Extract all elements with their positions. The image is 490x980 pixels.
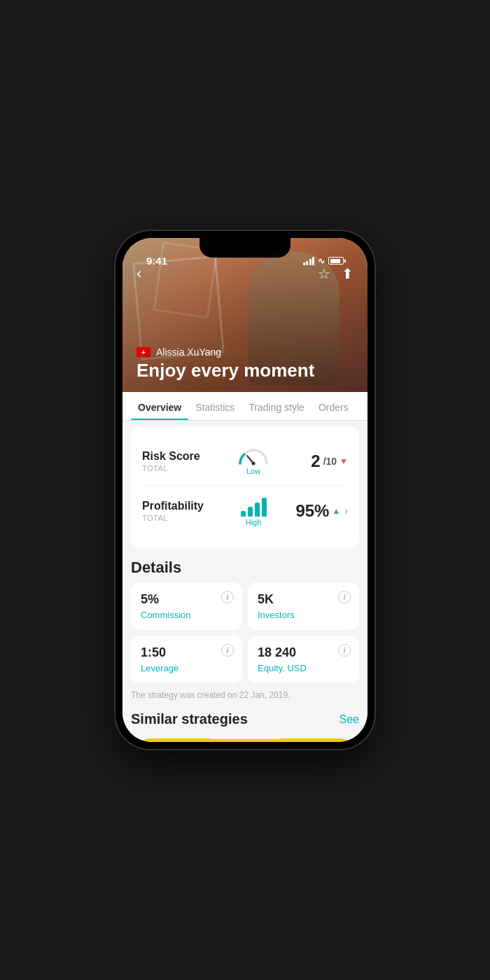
risk-value: 2 /10 ▼ (278, 451, 348, 471)
profitability-label: Profitability (142, 500, 229, 512)
profitability-sub: TOTAL (142, 514, 229, 522)
wifi-icon: ∿ (318, 256, 325, 266)
tab-overview[interactable]: Overview (131, 392, 188, 420)
similar-title: Similar strategies (131, 711, 248, 727)
leverage-info-icon[interactable]: i (221, 644, 234, 657)
leverage-value: 1:50 (141, 645, 232, 660)
profitability-direction-icon: ▲ (332, 506, 340, 516)
tab-trading-style[interactable]: Trading style (241, 392, 312, 420)
leverage-card: i 1:50 Leverage (131, 636, 242, 683)
similar-header: Similar strategies See (131, 711, 359, 727)
home-indicator (210, 736, 280, 739)
risk-gauge-label: Low (246, 467, 260, 475)
commission-value: 5% (141, 592, 232, 607)
hero-user: + Alissia XuYang (136, 346, 314, 358)
content[interactable]: Risk Score TOTAL Low (122, 421, 368, 742)
tab-statistics[interactable]: Statistics (188, 392, 241, 420)
notch (200, 238, 290, 258)
profitability-chart: High (229, 496, 278, 526)
leverage-label: Leverage (141, 663, 232, 673)
status-time: 9:41 (146, 255, 167, 267)
hero-info: + Alissia XuYang Enjoy every moment (136, 346, 314, 381)
hero-username: Alissia XuYang (156, 346, 221, 358)
equity-card: i 18 240 Equity, USD (248, 636, 359, 683)
investors-label: Investors (258, 610, 349, 620)
commission-label: Commission (141, 610, 232, 620)
investors-value: 5K (258, 592, 349, 607)
risk-sub: TOTAL (142, 464, 229, 472)
profitability-value: 95% ▲ › (278, 501, 348, 521)
risk-gauge: Low (229, 447, 278, 475)
risk-score-row: Risk Score TOTAL Low (142, 438, 348, 485)
investors-info-icon[interactable]: i (338, 591, 351, 603)
profitability-bar-label: High (246, 518, 262, 526)
commission-info-icon[interactable]: i (221, 591, 234, 603)
hero-tagline: Enjoy every moment (136, 360, 314, 381)
details-title: Details (131, 559, 359, 577)
equity-info-icon[interactable]: i (338, 644, 351, 657)
equity-value: 18 240 (258, 645, 349, 660)
see-link[interactable]: See (340, 713, 359, 726)
strategy-note: The strategy was created on 22 Jan, 2019… (131, 690, 359, 700)
risk-direction-icon: ▼ (340, 456, 348, 466)
risk-unit: /10 (323, 456, 337, 467)
hero-section: 9:41 ∿ (122, 238, 368, 392)
risk-label: Risk Score (142, 450, 229, 463)
investors-card: i 5K Investors (248, 582, 359, 630)
equity-label: Equity, USD (258, 663, 349, 673)
commission-card: i 5% Commission (131, 582, 242, 630)
swiss-flag-icon: + (136, 347, 150, 357)
phone-frame: 9:41 ∿ (115, 231, 374, 749)
tab-orders[interactable]: Orders (312, 392, 356, 420)
metrics-section: Risk Score TOTAL Low (131, 426, 359, 547)
status-icons: ∿ (303, 256, 344, 266)
svg-point-1 (252, 462, 255, 465)
signal-icon (303, 257, 315, 265)
details-grid: i 5% Commission i 5K Investors i 1:50 Le… (131, 582, 359, 683)
tabs: Overview Statistics Trading style Orders (122, 392, 368, 421)
battery-icon (328, 257, 344, 265)
profitability-chevron-icon: › (344, 505, 348, 517)
phone-screen: 9:41 ∿ (122, 238, 368, 742)
profitability-row[interactable]: Profitability TOTAL High 95% (142, 485, 348, 536)
